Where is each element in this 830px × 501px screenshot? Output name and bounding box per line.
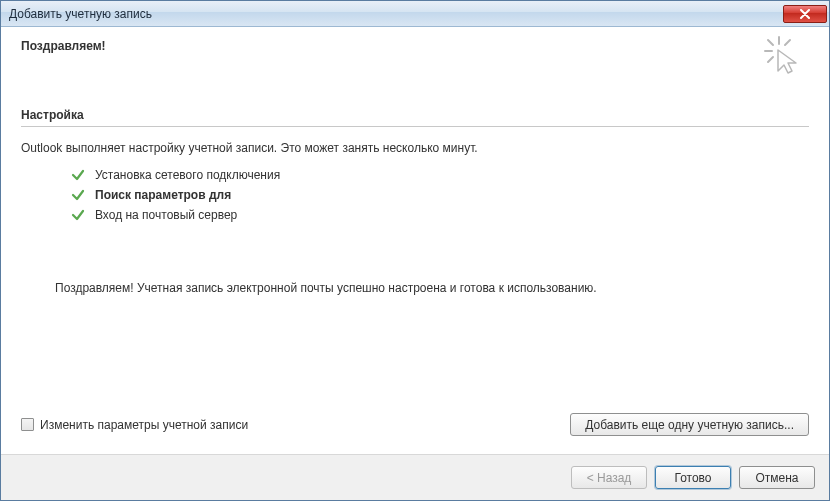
step-network: Установка сетевого подключения — [71, 165, 809, 185]
dialog-footer: < Назад Готово Отмена — [1, 454, 829, 500]
add-account-dialog: Добавить учетную запись Поздравляем! На — [0, 0, 830, 501]
section-rule — [21, 126, 809, 127]
step-search-params: Поиск параметров для — [71, 185, 809, 205]
step-mail-server: Вход на почтовый сервер — [71, 205, 809, 225]
check-icon — [71, 168, 85, 182]
svg-line-4 — [768, 57, 773, 62]
svg-line-2 — [768, 40, 773, 45]
header-title: Поздравляем! — [21, 39, 106, 53]
step-label: Вход на почтовый сервер — [95, 205, 237, 225]
dialog-header: Поздравляем! — [1, 27, 829, 94]
back-button: < Назад — [571, 466, 647, 489]
step-label: Поиск параметров для — [95, 185, 231, 205]
step-label: Установка сетевого подключения — [95, 165, 280, 185]
svg-line-3 — [785, 40, 790, 45]
check-icon — [71, 188, 85, 202]
change-settings-checkbox[interactable]: Изменить параметры учетной записи — [21, 418, 248, 432]
check-icon — [71, 208, 85, 222]
close-button[interactable] — [783, 5, 827, 23]
cancel-button[interactable]: Отмена — [739, 466, 815, 489]
section-title: Настройка — [21, 108, 809, 122]
dialog-content: Настройка Outlook выполняет настройку уч… — [1, 94, 829, 454]
window-title: Добавить учетную запись — [9, 7, 783, 21]
success-message: Поздравляем! Учетная запись электронной … — [21, 281, 809, 295]
intro-text: Outlook выполняет настройку учетной запи… — [21, 141, 809, 155]
add-another-account-button[interactable]: Добавить еще одну учетную запись... — [570, 413, 809, 436]
finish-button[interactable]: Готово — [655, 466, 731, 489]
close-icon — [799, 9, 811, 19]
options-row: Изменить параметры учетной записи Добави… — [21, 413, 809, 454]
change-settings-label: Изменить параметры учетной записи — [40, 418, 248, 432]
cursor-click-icon — [763, 35, 803, 75]
titlebar: Добавить учетную запись — [1, 1, 829, 27]
setup-steps: Установка сетевого подключения Поиск пар… — [21, 165, 809, 225]
checkbox-box-icon — [21, 418, 34, 431]
